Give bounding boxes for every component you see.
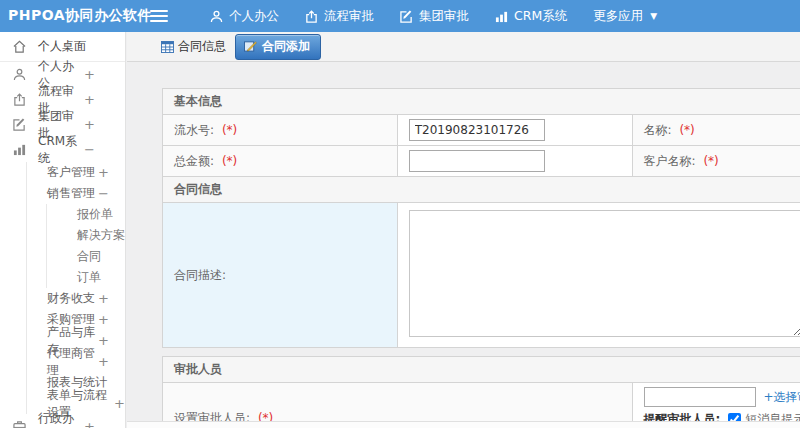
sidebar-item-label: 订单 [77, 269, 101, 286]
sidebar-item-crm[interactable]: CRM系统 − [0, 137, 125, 162]
sales-submenu: 报价单 解决方案 合同 订单 [46, 204, 125, 288]
topnav-label: 集团审批 [419, 8, 469, 25]
tab-contract-add[interactable]: 合同添加 [235, 34, 321, 60]
amount-label-cell: 总金额: (*) [163, 146, 398, 177]
required-mark: (*) [679, 123, 694, 137]
sidebar-item-sales-mgmt[interactable]: 销售管理 − [27, 183, 125, 204]
contract-add-form: 基本信息 流水号: (*) 名称: (*) [162, 88, 800, 428]
sidebar-item-label: 合同 [77, 248, 101, 265]
expand-icon[interactable]: + [84, 92, 95, 107]
serial-label-cell: 流水号: (*) [163, 115, 398, 146]
next-section-edge [127, 421, 800, 428]
tab-label: 合同添加 [262, 38, 310, 55]
sidebar-item-label: 解决方案 [77, 227, 125, 244]
main-content: 合同信息 合同添加 基本信息 流水号: (*) 名称: [127, 32, 800, 428]
top-bar: PHPOA协同办公软件 个人办公 流程审批 集团审批 CRM系统 [0, 0, 800, 32]
amount-label: 总金额: [174, 154, 214, 168]
bar-chart-icon [13, 143, 26, 156]
basic-contract-table: 基本信息 流水号: (*) 名称: (*) [162, 88, 800, 348]
approver-input[interactable] [644, 387, 756, 407]
name-label: 名称: [644, 123, 672, 137]
expand-icon[interactable]: + [84, 117, 95, 132]
approver-table: 审批人员 设置审批人员: (*) +选择审批人员 提醒审批人员: 短消息提示 [162, 356, 800, 428]
flow-share-icon [305, 10, 318, 23]
sidebar-item-order[interactable]: 订单 [47, 267, 125, 288]
expand-icon[interactable]: + [84, 419, 95, 428]
topnav-label: CRM系统 [514, 8, 567, 25]
serial-field-cell [397, 115, 632, 146]
required-mark: (*) [222, 123, 237, 137]
user-icon [210, 10, 223, 23]
sidebar-item-label: 销售管理 [47, 185, 95, 202]
desc-field-cell [397, 203, 800, 348]
briefcase-icon [13, 420, 26, 428]
pencil-doc-icon [244, 40, 257, 52]
topnav-label: 个人办公 [229, 8, 279, 25]
tab-bar: 合同信息 合同添加 [127, 32, 800, 62]
topnav-group-approval[interactable]: 集团审批 [400, 8, 469, 25]
hamburger-menu-icon[interactable] [150, 7, 168, 25]
collapse-icon[interactable]: − [84, 142, 95, 157]
expand-icon[interactable]: + [98, 354, 109, 369]
expand-icon[interactable]: + [98, 333, 109, 348]
flow-share-icon [13, 93, 26, 106]
crm-submenu: 客户管理 + 销售管理 − 报价单 解决方案 合同 订单 财务收支 + [26, 162, 125, 414]
section-header-approver: 审批人员 [163, 357, 800, 383]
topnav-personal-office[interactable]: 个人办公 [210, 8, 279, 25]
topnav-crm[interactable]: CRM系统 [495, 8, 567, 25]
sidebar-item-solution[interactable]: 解决方案 [47, 225, 125, 246]
home-icon [13, 40, 26, 53]
collapse-icon[interactable]: − [98, 186, 109, 201]
serial-label: 流水号: [174, 123, 214, 137]
sidebar-item-label: 报价单 [77, 206, 113, 223]
sidebar-item-finance[interactable]: 财务收支 + [27, 288, 125, 309]
name-label-cell: 名称: (*) [632, 115, 800, 146]
sidebar-item-agent-mgmt[interactable]: 代理商管理 + [27, 351, 125, 372]
app-logo: PHPOA协同办公软件 [0, 7, 148, 25]
sidebar-item-label: 行政办公 [38, 410, 84, 428]
expand-icon[interactable]: + [98, 312, 109, 327]
required-mark: (*) [703, 154, 718, 168]
amount-field-cell [397, 146, 632, 177]
bar-chart-icon [495, 10, 508, 23]
user-icon [13, 68, 26, 81]
desc-label-cell: 合同描述: [163, 203, 398, 348]
sidebar-item-label: 个人桌面 [38, 38, 86, 55]
amount-input[interactable] [409, 150, 545, 172]
section-header-basic: 基本信息 [163, 89, 800, 115]
section-header-contract: 合同信息 [163, 177, 800, 203]
contract-desc-textarea[interactable] [409, 210, 800, 337]
select-approver-link[interactable]: +选择审批人员 [764, 390, 800, 404]
serial-input[interactable] [409, 119, 545, 141]
edit-icon [13, 118, 26, 131]
topnav-label: 更多应用 [593, 8, 643, 25]
tab-label: 合同信息 [178, 38, 226, 55]
sidebar-item-quotation[interactable]: 报价单 [47, 204, 125, 225]
topnav-label: 流程审批 [324, 8, 374, 25]
sidebar-item-label: 财务收支 [47, 290, 95, 307]
topnav-flow-approval[interactable]: 流程审批 [305, 8, 374, 25]
topnav-more-apps[interactable]: 更多应用 ▼ [593, 8, 657, 25]
top-nav: 个人办公 流程审批 集团审批 CRM系统 更多应用 ▼ [184, 8, 657, 25]
customer-label-cell: 客户名称: (*) [632, 146, 800, 177]
expand-icon[interactable]: + [98, 291, 109, 306]
expand-icon[interactable]: + [98, 165, 109, 180]
sidebar-item-contract[interactable]: 合同 [47, 246, 125, 267]
expand-icon[interactable]: + [114, 396, 125, 411]
edit-icon [400, 10, 413, 23]
tab-contract-info[interactable]: 合同信息 [161, 38, 226, 55]
sidebar-item-label: 客户管理 [47, 164, 95, 181]
table-list-icon [161, 41, 174, 53]
desc-label: 合同描述: [174, 268, 226, 282]
customer-label: 客户名称: [644, 154, 696, 168]
expand-icon[interactable]: + [84, 67, 95, 82]
sidebar-item-label: CRM系统 [38, 133, 84, 167]
sidebar: 个人桌面 个人办公 + 流程审批 + 集团审批 + CRM系统 − 客户管理 + [0, 32, 126, 428]
required-mark: (*) [222, 154, 237, 168]
caret-down-icon: ▼ [650, 11, 657, 21]
